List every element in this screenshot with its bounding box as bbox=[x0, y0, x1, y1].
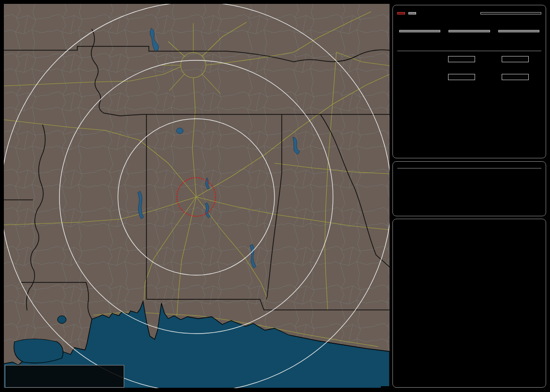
map-legend bbox=[5, 365, 124, 388]
map-svg bbox=[4, 4, 390, 388]
datetime-display bbox=[397, 164, 541, 168]
bearing-readout bbox=[480, 12, 541, 14]
distribution-title bbox=[397, 49, 541, 51]
noise-button[interactable] bbox=[408, 12, 416, 14]
cg-minus-bar bbox=[502, 56, 529, 62]
close-per-min-header[interactable] bbox=[449, 30, 490, 32]
ic-plus-bar bbox=[448, 74, 475, 80]
cloud-ground-row bbox=[397, 56, 541, 62]
status-panel bbox=[392, 161, 546, 216]
copyright-text bbox=[381, 386, 390, 388]
strike-button[interactable] bbox=[397, 12, 405, 14]
app-window bbox=[0, 0, 550, 392]
cg-plus-bar bbox=[448, 56, 475, 62]
noises-per-min-header[interactable] bbox=[498, 30, 539, 32]
strike-stats-panel bbox=[392, 5, 546, 158]
rate-columns bbox=[397, 30, 541, 39]
map-canvas[interactable] bbox=[4, 4, 390, 388]
strikes-per-min-header[interactable] bbox=[399, 30, 440, 32]
uptime-trend-panel bbox=[392, 219, 546, 388]
trend-graph bbox=[393, 260, 547, 386]
intracloud-row bbox=[397, 74, 541, 80]
ic-minus-bar bbox=[502, 74, 529, 80]
